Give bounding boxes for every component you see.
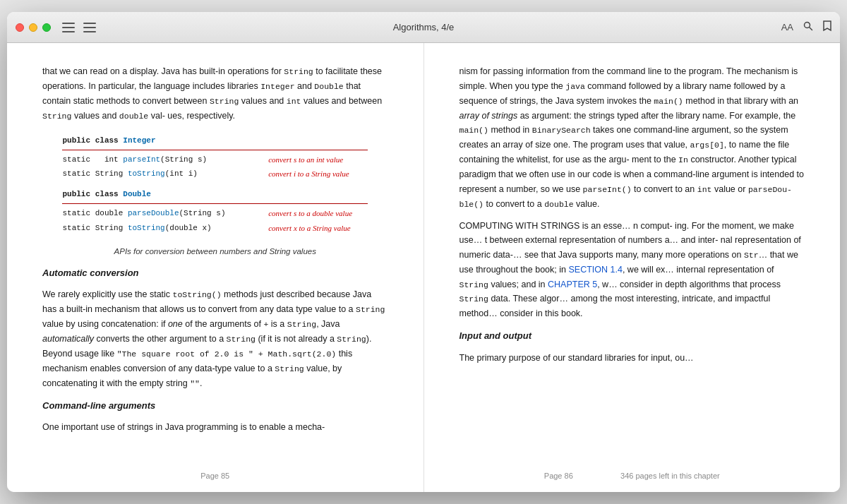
section-heading-cmd: Command-line arguments bbox=[42, 398, 388, 413]
traffic-lights bbox=[16, 23, 51, 32]
bookmark-button[interactable] bbox=[823, 20, 831, 34]
right-page: nism for passing information from the co… bbox=[424, 43, 841, 492]
list-icon[interactable] bbox=[62, 23, 75, 32]
titlebar: Algorithms, 4/e AA bbox=[7, 12, 840, 43]
right-p2: COMPUTING WITH STRINGS is an esse… n com… bbox=[459, 219, 805, 321]
left-p3: One important use of strings in Java pro… bbox=[42, 420, 388, 435]
code-table-caption: APIs for conversion between numbers and … bbox=[42, 245, 388, 258]
search-button[interactable] bbox=[803, 21, 813, 33]
titlebar-right-controls: AA bbox=[781, 20, 831, 34]
code-table: public class Integer static int parseInt… bbox=[59, 133, 371, 235]
window-title: Algorithms, 4/e bbox=[393, 22, 455, 32]
section-heading-auto: Automatic conversion bbox=[42, 265, 388, 280]
maximize-button[interactable] bbox=[42, 23, 51, 32]
main-window: Algorithms, 4/e AA that we can read on a… bbox=[7, 12, 840, 492]
grid-icon[interactable] bbox=[83, 23, 96, 32]
right-page-footer: Page 86 346 pages left in this chapter bbox=[424, 469, 841, 482]
close-button[interactable] bbox=[16, 23, 24, 32]
left-page-number: Page 85 bbox=[200, 472, 229, 480]
section-heading-io: Input and output bbox=[459, 328, 805, 343]
status-text: 346 pages left in this chapter bbox=[620, 472, 720, 480]
svg-line-1 bbox=[810, 28, 812, 30]
right-page-number: Page 86 bbox=[544, 472, 573, 480]
left-p2: We rarely explicitly use the static toSt… bbox=[42, 287, 388, 391]
book-content: that we can read on a display. Java has … bbox=[7, 43, 840, 492]
minimize-button[interactable] bbox=[29, 23, 37, 32]
toolbar-icons bbox=[62, 23, 96, 32]
right-p1: nism for passing information from the co… bbox=[459, 64, 805, 212]
left-page: that we can read on a display. Java has … bbox=[7, 43, 424, 492]
left-p1: that we can read on a display. Java has … bbox=[42, 64, 388, 124]
left-page-footer: Page 85 bbox=[7, 469, 424, 482]
font-size-button[interactable]: AA bbox=[781, 22, 793, 32]
right-p3: The primary purpose of our standard libr… bbox=[459, 351, 805, 366]
